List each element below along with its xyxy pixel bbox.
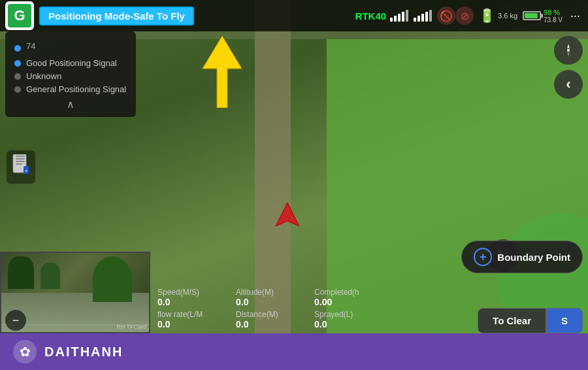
weight-info: 🔋 3.6 kg bbox=[479, 8, 517, 24]
save-button[interactable]: S bbox=[546, 308, 583, 333]
altitude-cell: Altitude(M) 0.0 bbox=[232, 286, 310, 309]
battery-icon bbox=[523, 11, 541, 20]
unknown-signal-item: Unknown bbox=[14, 71, 127, 81]
brand-name: DAITHANH bbox=[44, 345, 123, 360]
compass-button[interactable] bbox=[554, 36, 583, 65]
general-signal-item: General Positioning Signal bbox=[14, 84, 127, 94]
signal-dot-2 bbox=[14, 73, 21, 80]
telemetry-panel: Speed(M/S) 0.0 Altitude(M) 0.0 Completed… bbox=[154, 286, 389, 331]
signal-dot-blue bbox=[14, 45, 21, 52]
logo-g: G bbox=[8, 4, 31, 27]
positioning-mode-label: Positioning Mode-Safe To Fly bbox=[39, 7, 194, 25]
svg-rect-4 bbox=[16, 161, 25, 162]
svg-marker-10 bbox=[567, 52, 570, 57]
battery-info: 98 % 73.8 V bbox=[523, 8, 563, 24]
svg-marker-0 bbox=[203, 36, 242, 108]
signal-bars-2 bbox=[414, 10, 432, 22]
daithanh-logo: ✿ bbox=[13, 340, 37, 363]
svg-text:+: + bbox=[25, 168, 28, 174]
svg-point-11 bbox=[567, 49, 570, 52]
signal-dot-1 bbox=[14, 60, 21, 67]
zoom-out-button[interactable]: − bbox=[5, 310, 26, 331]
no-fly-icon: 🚫 bbox=[437, 7, 455, 25]
svg-rect-5 bbox=[16, 163, 22, 165]
speed-cell: Speed(M/S) 0.0 bbox=[154, 286, 232, 309]
flowrate-cell: flow rate(L/M 0.0 bbox=[154, 309, 232, 331]
signal-value-item: 74 bbox=[14, 41, 127, 55]
yellow-arrow bbox=[203, 36, 242, 110]
right-controls: ‹ bbox=[554, 36, 583, 99]
boundary-point-label: Boundary Point bbox=[497, 252, 570, 263]
signal-dot-3 bbox=[14, 86, 21, 93]
svg-rect-3 bbox=[16, 158, 25, 160]
svg-marker-9 bbox=[567, 44, 570, 49]
no-signal-icon: ⊘ bbox=[455, 7, 474, 25]
back-button[interactable]: ‹ bbox=[554, 70, 583, 99]
signal-bars bbox=[390, 10, 408, 22]
status-bar: G Positioning Mode-Safe To Fly RTK40 🚫 ⊘… bbox=[0, 0, 588, 31]
signal-panel-collapse[interactable]: ∧ bbox=[14, 98, 127, 110]
svg-marker-8 bbox=[276, 203, 299, 226]
logo-box: G bbox=[5, 1, 34, 30]
completed-cell: Completed(h 0.00 bbox=[310, 286, 389, 309]
more-options-button[interactable]: ··· bbox=[568, 9, 583, 23]
svg-rect-2 bbox=[16, 156, 25, 157]
to-clear-button[interactable]: To Clear bbox=[478, 308, 546, 333]
signal-panel: 74 Good Positioning Signal Unknown Gener… bbox=[5, 31, 136, 117]
camera-label: RH TFCard bbox=[116, 324, 146, 330]
boundary-point-button[interactable]: + Boundary Point bbox=[461, 241, 583, 273]
rtk-label: RTK40 bbox=[355, 10, 387, 22]
good-signal-item: Good Positioning Signal bbox=[14, 58, 127, 68]
bottom-bar: ✿ DAITHANH bbox=[0, 333, 588, 370]
distance-cell: Distance(M) 0.0 bbox=[232, 309, 310, 331]
drone-marker bbox=[276, 203, 299, 234]
document-icon[interactable]: + bbox=[7, 150, 35, 184]
action-row: To Clear S bbox=[478, 308, 583, 333]
boundary-plus-icon: + bbox=[474, 248, 492, 266]
sprayed-cell: Sprayed(L) 0.0 bbox=[310, 309, 389, 331]
